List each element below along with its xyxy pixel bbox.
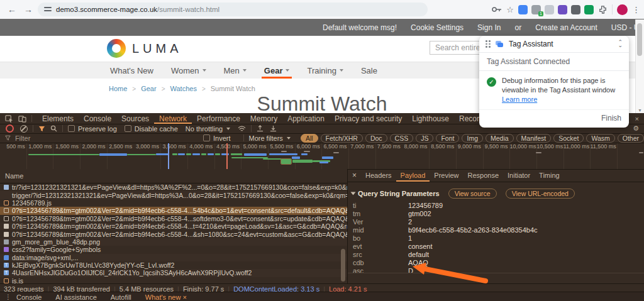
drawer-menu-icon[interactable]: ⋮ (5, 293, 11, 300)
request-row[interactable]: gm_more_gm_blue_48dp.png (0, 238, 347, 246)
drawer-tab-what-s-new[interactable]: What's new × (145, 293, 187, 301)
tag-assistant-extension-icon[interactable] (518, 5, 528, 14)
drawer-tab-ai-assistance[interactable]: AI assistance (55, 293, 96, 301)
key-icon[interactable] (492, 6, 502, 13)
nav-item-men[interactable]: Men (224, 62, 247, 79)
cookie-settings-link[interactable]: Cookie Settings (411, 23, 464, 32)
breadcrumb-link-watches[interactable]: Watches (170, 85, 197, 92)
device-toolbar-icon[interactable] (18, 115, 26, 123)
filter-chip-wasm[interactable]: Wasm (586, 134, 614, 143)
details-tab-timing[interactable]: Timing (535, 169, 564, 182)
request-row[interactable]: css2?family=Google+Symbols (0, 246, 347, 253)
invert-checkbox[interactable]: Invert (203, 134, 231, 142)
request-row[interactable]: tr/?id=12312321321321&ev=PageView&dl=htt… (0, 183, 347, 191)
site-info-icon[interactable] (44, 6, 52, 13)
learn-more-link[interactable]: Learn more (502, 96, 537, 103)
filter-chip-img[interactable]: Img (462, 134, 483, 143)
create-account-link[interactable]: Create an Account (535, 23, 597, 32)
details-tab-initiator[interactable]: Initiator (503, 169, 535, 182)
drawer-tab-autofill[interactable]: Autofill (111, 293, 131, 301)
filter-chip-all[interactable]: All (301, 134, 318, 143)
details-tab-response[interactable]: Response (463, 169, 503, 182)
network-overview-timeline[interactable]: 500 ms1,000 ms1,500 ms2,000 ms2,500 ms3,… (0, 143, 644, 170)
extension-icon-globe[interactable] (571, 5, 580, 14)
nav-item-what-s-new[interactable]: What's New (110, 62, 153, 79)
scroll-down-arrow[interactable]: ▼ (638, 108, 642, 112)
page-scrollbar[interactable]: ▼ (635, 19, 644, 113)
more-filters-select[interactable]: More filters (248, 134, 290, 142)
collapse-icon[interactable]: ⌃⌄ (618, 41, 623, 47)
sign-in-link[interactable]: Sign In (477, 23, 501, 32)
details-tab-headers[interactable]: Headers (361, 169, 396, 182)
request-row[interactable]: TkJEjBvgX7BgnkSrUwT8UnLVc38YydejYY-oE_Lv… (0, 261, 347, 269)
filter-chip-fetch-xhr[interactable]: Fetch/XHR (321, 134, 363, 143)
request-row[interactable]: 123456789.js (0, 199, 347, 207)
request-row[interactable]: 0?ti=123456789&tm=gtm002&Ver=2&mid=b9f4e… (0, 230, 347, 238)
drawer-tab-console[interactable]: Console (16, 293, 42, 301)
inspect-element-icon[interactable] (5, 115, 13, 123)
filter-input[interactable] (14, 134, 201, 143)
filter-chip-manifest[interactable]: Manifest (516, 134, 552, 143)
search-icon[interactable] (50, 125, 57, 132)
nav-item-sale[interactable]: Sale (361, 62, 377, 79)
network-settings-gear-icon[interactable]: ⚙ (633, 124, 644, 133)
filter-chip-socket[interactable]: Socket (553, 134, 584, 143)
address-bar[interactable]: demo3.scommerce-mage.co.uk/summit-watch.… (38, 3, 428, 16)
finish-button[interactable]: Finish (479, 109, 629, 128)
throttling-select[interactable]: No throttling (186, 125, 230, 133)
filter-chip-other[interactable]: Other (618, 134, 644, 143)
request-row[interactable]: trigger/?id=12312321321321&ev=PageView&d… (0, 191, 347, 199)
nav-item-women[interactable]: Women (171, 62, 206, 79)
request-row[interactable]: data:image/svg+xml,... (0, 254, 347, 261)
devtools-tab-network[interactable]: Network (154, 113, 192, 124)
devtools-tab-application[interactable]: Application (282, 113, 330, 124)
requests-scrollbar[interactable] (341, 185, 346, 282)
export-har-icon[interactable] (270, 125, 277, 132)
request-row[interactable]: 0?ti=123456789&tm=gtm002&Ver=2&mid=b9f4e… (0, 207, 347, 214)
import-har-icon[interactable] (257, 125, 264, 132)
record-icon[interactable] (6, 124, 14, 133)
devtools-tab-lighthouse[interactable]: Lighthouse (407, 113, 454, 124)
devtools-tab-elements[interactable]: Elements (37, 113, 79, 124)
devtools-tab-memory[interactable]: Memory (245, 113, 282, 124)
devtools-tab-sources[interactable]: Sources (116, 113, 154, 124)
luma-logo[interactable]: LUMA (107, 39, 182, 58)
bookmark-star-icon[interactable]: ☆ (506, 5, 514, 14)
details-tab-preview[interactable]: Preview (430, 169, 463, 182)
preserve-log-checkbox[interactable]: Preserve log (68, 125, 117, 133)
request-row[interactable]: 0?ti=123456789&tm=gtm002&Ver=2&mid=b9f4e… (0, 222, 347, 230)
details-close-icon[interactable]: × (352, 171, 357, 180)
details-tab-payload[interactable]: Payload (396, 169, 430, 182)
query-string-parameters-section[interactable]: Query String Parameters View source View… (352, 189, 644, 199)
forward-icon[interactable]: → (24, 4, 33, 14)
breadcrumb-link-gear[interactable]: Gear (141, 85, 156, 92)
scrollbar-thumb[interactable] (341, 249, 345, 282)
filter-chip-doc[interactable]: Doc (365, 134, 387, 143)
devtools-tab-console[interactable]: Console (79, 113, 116, 124)
filter-chip-css[interactable]: CSS (390, 134, 414, 143)
extensions-puzzle-icon[interactable] (598, 5, 608, 14)
devtools-tab-performance[interactable]: Performance (192, 113, 245, 124)
extension-icon-cursor[interactable] (545, 5, 554, 14)
view-source-button[interactable]: View source (448, 189, 497, 199)
back-icon[interactable]: ← (8, 4, 16, 14)
tag-assistant-header[interactable]: Tag Assistant ⌃⌄ (479, 36, 629, 53)
filter-chip-js[interactable]: JS (416, 134, 433, 143)
filter-chip-font[interactable]: Font (436, 134, 459, 143)
clear-icon[interactable] (20, 125, 28, 133)
filter-chip-media[interactable]: Media (486, 134, 514, 143)
extension-icon-green[interactable] (584, 5, 594, 14)
nav-item-gear[interactable]: Gear (264, 62, 290, 79)
drag-handle-icon[interactable] (486, 40, 491, 48)
filter-funnel-icon[interactable] (38, 126, 45, 132)
breadcrumb-link-home[interactable]: Home (109, 85, 127, 92)
disable-cache-checkbox[interactable]: Disable cache (125, 125, 178, 133)
scrollbar-thumb[interactable] (637, 23, 642, 56)
expand-triangle-icon[interactable] (351, 192, 356, 195)
view-url-encoded-button[interactable]: View URL-encoded (506, 189, 575, 199)
devtools-close-icon[interactable]: × (635, 115, 639, 123)
profile-avatar[interactable] (617, 4, 628, 15)
devtools-tab-privacy-and-security[interactable]: Privacy and security (330, 113, 407, 124)
extension-icon-badge-one[interactable]: 1 (531, 5, 541, 14)
extension-icon-purple[interactable] (558, 5, 567, 14)
